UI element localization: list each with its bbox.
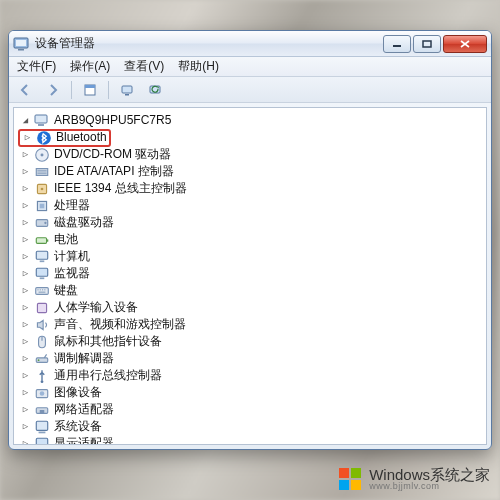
item-label: 图像设备 [54, 384, 102, 401]
nav-forward-button[interactable] [41, 79, 65, 101]
tree-item[interactable]: ▷ IDE ATA/ATAPI 控制器 [16, 163, 484, 180]
expander-icon[interactable]: ▷ [20, 166, 31, 177]
item-label: DVD/CD-ROM 驱动器 [54, 146, 171, 163]
item-label: 键盘 [54, 282, 78, 299]
item-label: 电池 [54, 231, 78, 248]
imaging-icon [34, 386, 50, 400]
svg-rect-2 [18, 49, 24, 51]
disc-icon [34, 148, 50, 162]
svg-rect-45 [339, 480, 349, 490]
item-label: 磁盘驱动器 [54, 214, 114, 231]
tree-item[interactable]: ▷ DVD/CD-ROM 驱动器 [16, 146, 484, 163]
nav-back-button[interactable] [13, 79, 37, 101]
expander-icon[interactable]: ▷ [20, 336, 31, 347]
svg-rect-22 [36, 237, 46, 243]
device-manager-window: 设备管理器 文件(F) 操作(A) 查看(V) 帮助(H) ◢ ARB9Q9HP [8, 30, 492, 450]
svg-rect-46 [351, 480, 361, 490]
menu-file[interactable]: 文件(F) [17, 58, 56, 75]
tree-item[interactable]: ▷ 键盘 [16, 282, 484, 299]
expander-icon[interactable]: ▷ [22, 132, 33, 143]
expander-icon[interactable]: ▷ [20, 268, 31, 279]
firewire-icon [34, 182, 50, 196]
item-label: IEEE 1394 总线主控制器 [54, 180, 187, 197]
menu-help[interactable]: 帮助(H) [178, 58, 219, 75]
item-label: 处理器 [54, 197, 90, 214]
menubar: 文件(F) 操作(A) 查看(V) 帮助(H) [9, 57, 491, 77]
properties-button[interactable] [78, 79, 102, 101]
expander-icon[interactable]: ▷ [20, 217, 31, 228]
tree-item[interactable]: ▷ 鼠标和其他指针设备 [16, 333, 484, 350]
tree-item[interactable]: ▷ 通用串行总线控制器 [16, 367, 484, 384]
expander-icon[interactable]: ◢ [20, 115, 31, 126]
tree-item[interactable]: ▷ 图像设备 [16, 384, 484, 401]
tree-item[interactable]: ▷ 系统设备 [16, 418, 484, 435]
tree-item[interactable]: ▷ IEEE 1394 总线主控制器 [16, 180, 484, 197]
bluetooth-icon [36, 131, 52, 145]
expander-icon[interactable]: ▷ [20, 285, 31, 296]
svg-rect-43 [339, 468, 349, 478]
watermark-url: www.bjjmlv.com [369, 482, 490, 491]
scan-button[interactable] [115, 79, 139, 101]
expander-icon[interactable]: ▷ [20, 370, 31, 381]
svg-rect-1 [16, 40, 26, 46]
svg-point-36 [40, 391, 45, 396]
svg-rect-4 [423, 41, 431, 47]
disk-icon [34, 216, 50, 230]
maximize-button[interactable] [413, 35, 441, 53]
expander-icon[interactable]: ▷ [20, 387, 31, 398]
close-button[interactable] [443, 35, 487, 53]
monitor-icon [34, 267, 50, 281]
svg-rect-10 [35, 115, 47, 123]
expander-icon[interactable]: ▷ [20, 200, 31, 211]
app-icon [13, 36, 29, 52]
keyboard-icon [34, 284, 50, 298]
menu-view[interactable]: 查看(V) [124, 58, 164, 75]
tree-root[interactable]: ◢ ARB9Q9HPU5FC7R5 [16, 112, 484, 129]
svg-point-17 [41, 187, 44, 190]
tree-item[interactable]: ▷ 声音、视频和游戏控制器 [16, 316, 484, 333]
tree-item[interactable]: ▷ 计算机 [16, 248, 484, 265]
svg-rect-8 [125, 94, 129, 96]
svg-rect-26 [36, 268, 47, 276]
item-label: 网络适配器 [54, 401, 114, 418]
watermark: Windows系统之家 www.bjjmlv.com [337, 466, 490, 492]
expander-icon[interactable]: ▷ [20, 251, 31, 262]
tree-item[interactable]: ▷ 显示适配器 [16, 435, 484, 445]
network-icon [34, 403, 50, 417]
tree-item[interactable]: ▷ 调制解调器 [16, 350, 484, 367]
svg-point-33 [38, 359, 40, 361]
svg-rect-41 [36, 438, 47, 445]
expander-icon[interactable]: ▷ [20, 149, 31, 160]
tree-item[interactable]: ▷ 处理器 [16, 197, 484, 214]
svg-point-21 [44, 221, 46, 223]
expander-icon[interactable]: ▷ [20, 404, 31, 415]
ide-icon [34, 165, 50, 179]
tree-item[interactable]: ▷ 电池 [16, 231, 484, 248]
tree-item[interactable]: ▷ 网络适配器 [16, 401, 484, 418]
svg-rect-44 [351, 468, 361, 478]
expander-icon[interactable]: ▷ [20, 319, 31, 330]
tree-item-bluetooth[interactable]: ▷ Bluetooth [16, 129, 484, 146]
refresh-button[interactable] [143, 79, 167, 101]
window-buttons [383, 35, 487, 53]
tree-item[interactable]: ▷ 磁盘驱动器 [16, 214, 484, 231]
expander-icon[interactable]: ▷ [20, 234, 31, 245]
hid-icon [34, 301, 50, 315]
menu-action[interactable]: 操作(A) [70, 58, 110, 75]
expander-icon[interactable]: ▷ [20, 302, 31, 313]
battery-icon [34, 233, 50, 247]
expander-icon[interactable]: ▷ [20, 183, 31, 194]
tree-item[interactable]: ▷ 监视器 [16, 265, 484, 282]
device-tree: ◢ ARB9Q9HPU5FC7R5 ▷ Bluetooth ▷ DVD [16, 112, 484, 445]
computer-icon [34, 250, 50, 264]
expander-icon[interactable]: ▷ [20, 353, 31, 364]
svg-rect-6 [85, 85, 95, 88]
svg-rect-19 [40, 203, 45, 208]
tree-item[interactable]: ▷ 人体学输入设备 [16, 299, 484, 316]
tree-pane[interactable]: ◢ ARB9Q9HPU5FC7R5 ▷ Bluetooth ▷ DVD [13, 107, 487, 445]
expander-icon[interactable]: ▷ [20, 438, 31, 445]
titlebar[interactable]: 设备管理器 [9, 31, 491, 57]
svg-point-34 [41, 380, 44, 383]
minimize-button[interactable] [383, 35, 411, 53]
expander-icon[interactable]: ▷ [20, 421, 31, 432]
